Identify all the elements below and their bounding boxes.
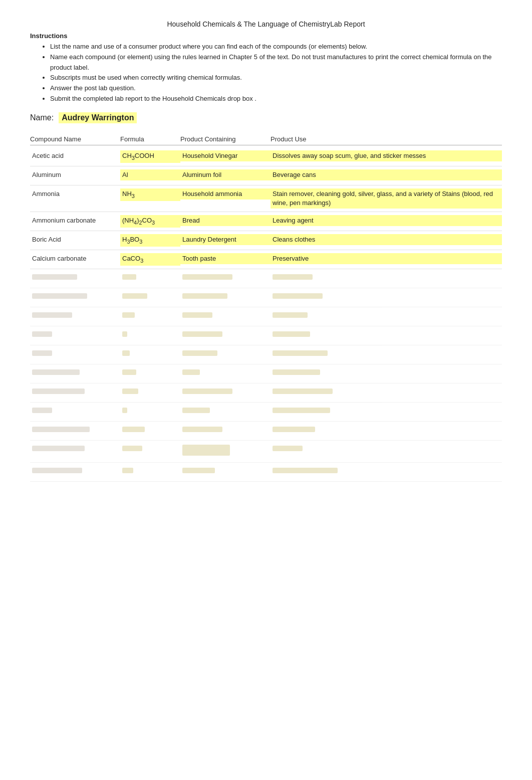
blurred-use: [271, 425, 502, 436]
header-product-use: Product Use: [271, 135, 502, 143]
blurred-product: [180, 466, 271, 477]
blurred-name: [30, 425, 120, 436]
compound-name-ammonia: Ammonia: [30, 188, 120, 200]
formula-aluminum: Al: [120, 169, 180, 180]
table-row: Boric Acid H3BO3 Laundry Detergent Clean…: [30, 231, 502, 250]
use-acetic-acid: Dissolves away soap scum, glue, and stic…: [271, 150, 502, 161]
compound-name-acetic-acid: Acetic acid: [30, 150, 120, 161]
table-row: [30, 383, 502, 403]
instructions-list: List the name and use of a consumer prod…: [50, 42, 502, 104]
compound-name-ammonium-carbonate: Ammonium carbonate: [30, 215, 120, 226]
compound-name-boric-acid: Boric Acid: [30, 234, 120, 245]
table-row: Ammonia NH3 Household ammonia Stain remo…: [30, 185, 502, 212]
instructions-label: Instructions: [30, 32, 502, 40]
blurred-use: [271, 406, 502, 417]
table-row: Aluminum Al Aluminum foil Beverage cans: [30, 166, 502, 185]
product-boric-acid: Laundry Detergent: [180, 234, 271, 245]
name-label: Name:: [30, 113, 54, 122]
page-title: Household Chemicals & The Language of Ch…: [30, 20, 502, 28]
blurred-name: [30, 329, 120, 340]
product-ammonia: Household ammonia: [180, 188, 271, 200]
blurred-name: [30, 466, 120, 477]
blurred-use: [271, 310, 502, 321]
blurred-name: [30, 386, 120, 398]
header-compound-name: Compound Name: [30, 135, 120, 143]
use-calcium-carbonate: Preservative: [271, 253, 502, 264]
data-table: Compound Name Formula Product Containing…: [30, 135, 502, 482]
blurred-formula: [120, 444, 180, 455]
student-name: Audrey Warrington: [59, 112, 137, 123]
blurred-formula: [120, 291, 180, 302]
table-row: [30, 326, 502, 345]
blurred-product: [180, 291, 271, 302]
blurred-product: [180, 367, 271, 378]
blurred-formula: [120, 329, 180, 340]
blurred-use: [271, 444, 502, 455]
blurred-product: [180, 348, 271, 359]
blurred-formula: [120, 425, 180, 436]
table-row: [30, 269, 502, 288]
formula-boric-acid: H3BO3: [120, 234, 180, 247]
compound-name-aluminum: Aluminum: [30, 169, 120, 180]
blurred-formula: [120, 386, 180, 398]
product-ammonium-carbonate: Bread: [180, 215, 271, 226]
instruction-4: Answer the post lab question.: [50, 83, 502, 94]
blurred-use: [271, 348, 502, 359]
instruction-1: List the name and use of a consumer prod…: [50, 42, 502, 52]
product-aluminum: Aluminum foil: [180, 169, 271, 180]
instruction-5: Submit the completed lab report to the H…: [50, 94, 502, 104]
blurred-use: [271, 291, 502, 302]
name-row: Name: Audrey Warrington: [30, 112, 502, 123]
table-header: Compound Name Formula Product Containing…: [30, 135, 502, 145]
instruction-2: Name each compound (or element) using th…: [50, 52, 502, 73]
table-row: Acetic acid CH3COOH Household Vinegar Di…: [30, 147, 502, 166]
table-row: [30, 403, 502, 422]
blurred-name: [30, 348, 120, 359]
table-row: [30, 307, 502, 326]
header-formula: Formula: [120, 135, 180, 143]
blurred-use: [271, 367, 502, 378]
use-ammonia: Stain remover, cleaning gold, silver, gl…: [271, 188, 502, 209]
table-row: Calcium carbonate CaCO3 Tooth paste Pres…: [30, 250, 502, 269]
blurred-product: [180, 272, 271, 283]
table-row: [30, 288, 502, 307]
blurred-formula: [120, 406, 180, 417]
blurred-product: [180, 310, 271, 321]
table-row: Ammonium carbonate (NH4)2CO3 Bread Leavi…: [30, 212, 502, 231]
blurred-name: [30, 367, 120, 378]
blurred-use: [271, 272, 502, 283]
blurred-formula: [120, 466, 180, 477]
formula-ammonia: NH3: [120, 188, 180, 201]
product-acetic-acid: Household Vinegar: [180, 150, 271, 161]
instruction-3: Subscripts must be used when correctly w…: [50, 73, 502, 83]
use-ammonium-carbonate: Leaving agent: [271, 215, 502, 226]
formula-ammonium-carbonate: (NH4)2CO3: [120, 215, 180, 228]
blurred-use: [271, 329, 502, 340]
blurred-formula: [120, 367, 180, 378]
blurred-product: [180, 386, 271, 398]
blurred-formula: [120, 310, 180, 321]
blurred-formula: [120, 272, 180, 283]
use-boric-acid: Cleans clothes: [271, 234, 502, 245]
blurred-product: [180, 425, 271, 436]
blurred-name: [30, 406, 120, 417]
header-product-containing: Product Containing: [180, 135, 271, 143]
blurred-use: [271, 466, 502, 477]
blurred-formula: [120, 348, 180, 359]
blurred-name: [30, 444, 120, 455]
formula-acetic-acid: CH3COOH: [120, 150, 180, 163]
formula-calcium-carbonate: CaCO3: [120, 253, 180, 266]
table-row: [30, 422, 502, 441]
blurred-product: [180, 329, 271, 340]
blurred-use: [271, 386, 502, 398]
table-row: [30, 364, 502, 383]
blurred-product: [180, 444, 271, 459]
table-row: [30, 345, 502, 364]
blurred-name: [30, 310, 120, 321]
product-calcium-carbonate: Tooth paste: [180, 253, 271, 264]
blurred-name: [30, 291, 120, 302]
blurred-product: [180, 406, 271, 417]
table-row: [30, 463, 502, 482]
use-aluminum: Beverage cans: [271, 169, 502, 180]
compound-name-calcium-carbonate: Calcium carbonate: [30, 253, 120, 264]
